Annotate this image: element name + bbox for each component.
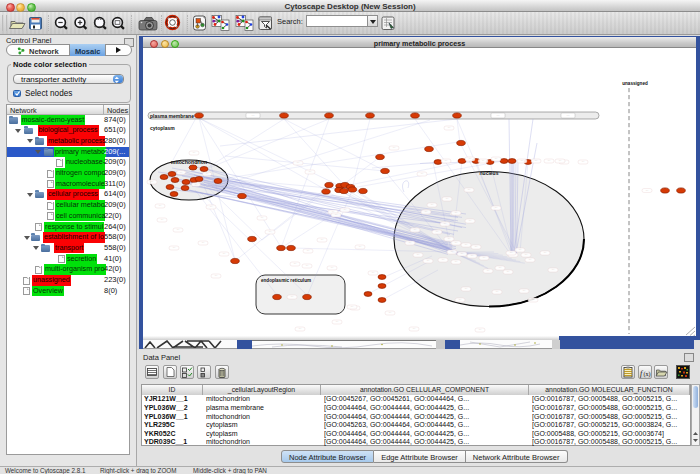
svg-text:···: ··· xyxy=(393,147,396,150)
svg-text:···: ··· xyxy=(431,204,434,207)
svg-text:···: ··· xyxy=(469,220,472,223)
svg-text:···: ··· xyxy=(535,160,538,163)
svg-text:···: ··· xyxy=(421,173,424,176)
svg-text:···: ··· xyxy=(299,328,302,331)
svg-text:···: ··· xyxy=(544,252,547,255)
svg-text:···: ··· xyxy=(414,229,417,232)
svg-text:···: ··· xyxy=(413,328,416,331)
svg-text:···: ··· xyxy=(532,299,535,302)
svg-text:···: ··· xyxy=(496,291,499,294)
svg-text:···: ··· xyxy=(495,158,498,161)
svg-text:cytoplasm: cytoplasm xyxy=(150,125,175,131)
svg-text:···: ··· xyxy=(173,247,176,250)
svg-text:···: ··· xyxy=(389,312,392,315)
svg-text:···: ··· xyxy=(465,244,468,247)
svg-text:···: ··· xyxy=(582,161,585,164)
svg-text:···: ··· xyxy=(223,253,226,256)
svg-text:···: ··· xyxy=(487,270,490,273)
svg-text:···: ··· xyxy=(495,207,498,210)
svg-text:···: ··· xyxy=(261,217,264,220)
svg-text:···: ··· xyxy=(479,329,482,332)
svg-text:···: ··· xyxy=(499,267,502,270)
svg-text:···: ··· xyxy=(455,261,458,264)
svg-text:···: ··· xyxy=(269,231,272,234)
svg-text:···: ··· xyxy=(206,173,209,176)
svg-text:···: ··· xyxy=(548,160,551,163)
svg-text:···: ··· xyxy=(309,171,312,174)
svg-text:···: ··· xyxy=(294,263,297,266)
svg-text:···: ··· xyxy=(525,254,528,257)
svg-text:···: ··· xyxy=(307,250,310,253)
svg-text:···: ··· xyxy=(521,160,524,163)
svg-text:···: ··· xyxy=(468,189,471,192)
svg-text:mitochondrion: mitochondrion xyxy=(171,159,207,165)
svg-text:(x): (x) xyxy=(644,371,651,378)
svg-text:···: ··· xyxy=(451,251,454,254)
svg-text:···: ··· xyxy=(507,271,510,274)
svg-text:endoplasmic reticulum: endoplasmic reticulum xyxy=(261,278,311,283)
svg-text:···: ··· xyxy=(455,242,458,245)
svg-text:···: ··· xyxy=(445,160,448,163)
svg-text:···: ··· xyxy=(529,259,532,262)
svg-text:···: ··· xyxy=(202,242,205,245)
svg-text:···: ··· xyxy=(482,160,485,163)
svg-text:···: ··· xyxy=(471,255,474,258)
svg-text:···: ··· xyxy=(448,238,451,241)
svg-text:···: ··· xyxy=(519,249,522,252)
svg-text:···: ··· xyxy=(195,184,198,187)
svg-text:···: ··· xyxy=(331,267,334,270)
svg-text:···: ··· xyxy=(446,198,449,201)
svg-text:···: ··· xyxy=(306,265,309,268)
svg-text:···: ··· xyxy=(215,275,218,278)
svg-text:nucleus: nucleus xyxy=(480,170,499,176)
svg-text:···: ··· xyxy=(336,321,339,324)
svg-text:···: ··· xyxy=(321,239,324,242)
svg-text:···: ··· xyxy=(210,206,213,209)
svg-text:···: ··· xyxy=(469,158,472,161)
svg-text:···: ··· xyxy=(442,259,445,262)
svg-text:···: ··· xyxy=(559,160,562,163)
svg-text:···: ··· xyxy=(448,127,451,130)
svg-text:···: ··· xyxy=(436,231,439,234)
svg-text:···: ··· xyxy=(425,211,428,214)
svg-text:···: ··· xyxy=(359,246,362,249)
svg-text:···: ··· xyxy=(461,253,464,256)
svg-text:···: ··· xyxy=(180,172,183,175)
svg-text:···: ··· xyxy=(455,212,458,215)
svg-text:···: ··· xyxy=(151,181,154,184)
svg-text:···: ··· xyxy=(427,260,430,263)
svg-text:···: ··· xyxy=(510,252,513,255)
svg-text:···: ··· xyxy=(291,296,294,299)
svg-text:···: ··· xyxy=(409,242,412,245)
svg-text:···: ··· xyxy=(523,290,526,293)
svg-text:···: ··· xyxy=(483,257,486,260)
svg-text:···: ··· xyxy=(177,229,180,232)
svg-text:···: ··· xyxy=(417,254,420,257)
svg-text:···: ··· xyxy=(193,152,196,155)
svg-text:···: ··· xyxy=(372,272,375,275)
svg-text:···: ··· xyxy=(159,205,162,208)
svg-text:plasma membrane: plasma membrane xyxy=(150,113,194,119)
svg-text:···: ··· xyxy=(444,223,447,226)
svg-text:···: ··· xyxy=(252,114,255,118)
svg-text:···: ··· xyxy=(161,219,164,222)
svg-text:···: ··· xyxy=(646,190,649,193)
svg-text:···: ··· xyxy=(335,214,338,217)
svg-text:···: ··· xyxy=(475,246,478,249)
svg-text:···: ··· xyxy=(297,162,300,165)
svg-text:···: ··· xyxy=(351,306,354,309)
svg-text:···: ··· xyxy=(459,299,462,302)
svg-text:···: ··· xyxy=(465,288,468,291)
svg-text:···: ··· xyxy=(567,114,570,118)
svg-text:unassigned: unassigned xyxy=(622,81,648,86)
svg-text:···: ··· xyxy=(497,114,500,118)
svg-text:···: ··· xyxy=(344,209,347,212)
svg-text:···: ··· xyxy=(552,269,555,272)
